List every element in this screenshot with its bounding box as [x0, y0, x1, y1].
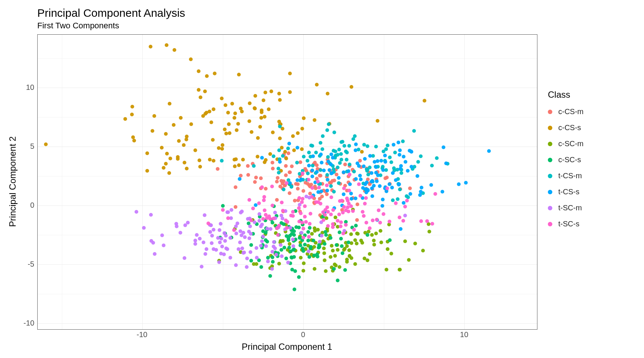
- data-point: [371, 219, 375, 222]
- data-point: [320, 195, 324, 198]
- data-point: [398, 167, 402, 171]
- legend-label: t-SC-m: [558, 204, 582, 212]
- gridline-v: [62, 35, 62, 329]
- legend-swatch: [548, 126, 552, 130]
- data-point: [217, 260, 221, 264]
- data-point: [198, 237, 202, 241]
- data-point: [292, 233, 296, 237]
- data-point: [337, 213, 341, 216]
- legend-label: t-CS-m: [558, 172, 582, 180]
- data-point: [168, 157, 172, 160]
- data-point: [435, 156, 439, 160]
- data-point: [162, 166, 165, 170]
- data-point: [212, 247, 215, 251]
- data-point: [333, 254, 337, 258]
- data-point: [383, 154, 387, 157]
- data-point: [254, 203, 258, 207]
- data-point: [321, 147, 324, 151]
- data-point: [291, 214, 295, 218]
- data-point: [291, 134, 295, 138]
- data-point: [412, 129, 416, 133]
- data-point: [252, 262, 256, 266]
- data-point: [398, 268, 401, 271]
- data-point: [319, 141, 322, 145]
- data-point: [307, 164, 311, 167]
- data-point: [362, 164, 366, 168]
- data-point: [262, 195, 266, 199]
- data-point: [343, 268, 347, 272]
- data-point: [341, 140, 344, 144]
- data-point: [217, 146, 221, 150]
- data-point: [300, 231, 303, 235]
- data-point: [237, 163, 241, 167]
- data-point: [345, 244, 349, 248]
- data-point: [302, 116, 306, 120]
- data-point: [341, 232, 345, 235]
- data-point: [271, 204, 274, 207]
- data-point: [264, 187, 268, 191]
- data-point: [262, 98, 265, 102]
- data-point: [340, 199, 344, 202]
- data-point: [223, 128, 227, 131]
- data-point: [145, 169, 149, 173]
- data-point: [388, 156, 392, 159]
- data-point: [320, 234, 323, 238]
- data-point: [302, 155, 306, 158]
- data-point: [260, 223, 264, 226]
- legend-label: c-CS-m: [558, 107, 584, 116]
- data-point: [300, 200, 304, 204]
- data-point: [378, 221, 382, 224]
- data-point: [290, 164, 294, 168]
- data-point: [326, 224, 330, 228]
- data-point: [408, 186, 412, 190]
- data-point: [183, 223, 187, 227]
- data-point: [275, 198, 279, 202]
- data-point: [363, 202, 367, 205]
- data-point: [332, 131, 336, 134]
- data-point: [278, 185, 282, 188]
- data-point: [179, 231, 182, 235]
- data-point: [212, 107, 215, 111]
- data-point: [292, 229, 296, 233]
- data-point: [347, 210, 350, 213]
- data-point: [344, 223, 348, 227]
- data-point: [338, 230, 341, 234]
- data-point: [300, 147, 304, 151]
- data-point: [177, 139, 181, 143]
- data-point: [401, 219, 405, 223]
- data-point: [278, 160, 282, 164]
- data-point: [382, 212, 385, 216]
- data-point: [278, 98, 282, 102]
- data-point: [401, 139, 405, 143]
- data-point: [394, 178, 398, 182]
- data-point: [325, 205, 329, 209]
- data-point: [307, 249, 310, 253]
- data-point: [130, 113, 134, 116]
- data-point: [326, 92, 329, 95]
- data-point: [224, 132, 228, 135]
- data-point: [329, 255, 332, 259]
- data-point: [165, 152, 169, 156]
- data-point: [269, 90, 273, 93]
- data-point: [189, 57, 193, 61]
- data-point: [418, 193, 422, 197]
- data-point: [234, 232, 238, 235]
- data-point: [203, 90, 207, 93]
- data-point: [325, 183, 329, 187]
- data-point: [410, 165, 413, 169]
- data-point: [230, 208, 233, 212]
- data-point: [354, 142, 358, 146]
- data-point: [258, 219, 261, 223]
- data-point: [267, 214, 271, 218]
- data-point: [379, 229, 382, 233]
- data-point: [444, 161, 448, 165]
- data-point: [258, 125, 262, 129]
- data-point: [224, 103, 227, 107]
- data-point: [372, 184, 376, 188]
- data-point: [383, 160, 387, 164]
- data-point: [208, 110, 211, 113]
- legend-swatch: [548, 142, 552, 146]
- data-point: [220, 245, 224, 248]
- x-tick-label: 0: [301, 330, 305, 339]
- data-point: [202, 241, 205, 244]
